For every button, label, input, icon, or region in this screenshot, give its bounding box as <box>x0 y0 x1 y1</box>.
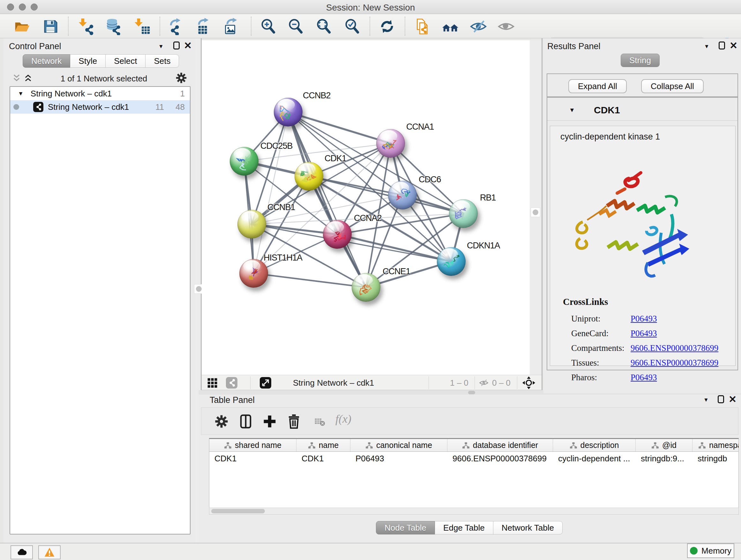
control-panel-close-icon[interactable]: ✕ <box>184 42 192 50</box>
collapse-all-networks-icon[interactable] <box>12 73 21 84</box>
grid-view-icon[interactable] <box>207 377 218 390</box>
table-cell[interactable]: CDK1 <box>296 452 350 465</box>
column-header-shared-name[interactable]: shared name <box>209 439 296 451</box>
node-label-cdkn1a: CDKN1A <box>467 241 500 251</box>
table-cell[interactable]: stringdb <box>692 452 739 465</box>
tab-node-table[interactable]: Node Table <box>376 521 435 535</box>
scrollbar-thumb[interactable] <box>211 509 265 513</box>
warnings-button[interactable] <box>38 545 61 559</box>
crosslink-link[interactable]: P06493 <box>630 328 657 338</box>
results-panel-close-icon[interactable]: ✕ <box>730 42 738 50</box>
control-panel-menu-icon[interactable]: ▼ <box>158 44 164 50</box>
table-row[interactable]: CDK1CDK1P064939606.ENSP00000378699cyclin… <box>209 452 738 465</box>
hide-selected-button[interactable] <box>468 17 488 36</box>
control-panel-float-icon[interactable] <box>173 42 180 50</box>
export-network-button[interactable] <box>165 17 185 36</box>
network-node-rb1[interactable] <box>449 199 478 228</box>
show-columns-button[interactable] <box>237 412 255 431</box>
network-collection-row[interactable]: ▼ String Network – cdk1 1 <box>10 87 190 100</box>
expand-all-button[interactable]: Expand All <box>568 79 627 93</box>
network-view-share-icon[interactable] <box>226 377 238 390</box>
first-neighbors-button[interactable] <box>440 17 461 36</box>
apply-layout-button[interactable] <box>377 17 397 36</box>
network-node-ccna2[interactable] <box>323 220 352 249</box>
table-horizontal-scrollbar[interactable] <box>209 508 739 515</box>
delete-column-button[interactable] <box>285 412 303 431</box>
tab-string[interactable]: String <box>621 54 660 67</box>
table-cell[interactable]: 9606.ENSP00000378699 <box>448 452 553 465</box>
table-panel-float-icon[interactable] <box>718 395 724 403</box>
table-cell[interactable]: stringdb:9... <box>636 452 692 465</box>
tab-network-table[interactable]: Network Table <box>493 521 562 535</box>
crosslink-link[interactable]: P06493 <box>630 314 657 324</box>
network-node-cdc25b[interactable] <box>230 147 259 176</box>
entry-collapse-icon[interactable]: ▼ <box>569 107 575 114</box>
network-selection-status: 1 of 1 Network selected <box>32 74 175 84</box>
table-panel-close-icon[interactable]: ✕ <box>729 395 737 403</box>
results-panel-menu-icon[interactable]: ▼ <box>704 44 710 50</box>
control-panel-title: Control Panel <box>9 42 61 51</box>
toolbar-separator <box>159 17 160 36</box>
tab-edge-table[interactable]: Edge Table <box>435 521 493 535</box>
table-cell[interactable]: cyclin-dependent ... <box>553 452 636 465</box>
tab-select[interactable]: Select <box>106 54 145 68</box>
memory-button[interactable]: Memory <box>687 543 734 558</box>
tab-style[interactable]: Style <box>70 54 106 68</box>
table-cell[interactable]: CDK1 <box>209 452 296 465</box>
export-image-button[interactable] <box>221 17 241 36</box>
expand-all-networks-icon[interactable] <box>23 73 32 84</box>
duplicate-network-icon <box>411 18 432 35</box>
column-header-canonical-name[interactable]: canonical name <box>350 439 448 451</box>
network-canvas[interactable]: CCNB2CCNA1CDC25BCDK1CDC6RB1CCNB1CCNA2CDK… <box>202 40 530 375</box>
collapse-all-button[interactable]: Collapse All <box>641 79 704 93</box>
column-header--id[interactable]: @id <box>636 439 692 451</box>
column-header-description[interactable]: description <box>553 439 636 451</box>
open-session-button[interactable] <box>11 17 32 36</box>
network-node-ccnb1[interactable] <box>238 210 266 239</box>
import-network-from-database-button[interactable] <box>103 17 123 36</box>
network-row-selected[interactable]: String Network – cdk1 11 48 <box>10 100 190 114</box>
detach-view-icon[interactable] <box>260 377 271 390</box>
birdseye-view-icon[interactable] <box>522 376 536 391</box>
column-header-database-identifier[interactable]: database identifier <box>448 439 553 451</box>
node-label-cdc6: CDC6 <box>419 175 441 185</box>
collection-expand-icon[interactable]: ▼ <box>18 90 23 97</box>
network-node-ccne1[interactable] <box>352 273 381 302</box>
horizontal-splitter-handle[interactable] <box>468 391 475 394</box>
column-header-name[interactable]: name <box>296 439 350 451</box>
create-column-button[interactable] <box>260 412 279 431</box>
column-type-icon <box>462 442 470 449</box>
crosslink-link[interactable]: P06493 <box>630 373 657 382</box>
table-options-gear-button[interactable] <box>212 412 231 431</box>
cloud-sync-button[interactable] <box>10 545 33 559</box>
network-node-cdk1[interactable] <box>294 162 323 191</box>
first-neighbors-icon <box>440 18 461 35</box>
results-panel-float-icon[interactable] <box>719 42 725 50</box>
table-panel-menu-icon[interactable]: ▼ <box>703 397 709 403</box>
network-node-hist1h1a[interactable] <box>239 259 268 288</box>
import-table-from-file-button[interactable] <box>132 17 152 36</box>
network-node-ccna1[interactable] <box>376 129 405 158</box>
export-network-icon <box>165 18 185 35</box>
import-network-from-file-button[interactable] <box>76 17 97 36</box>
zoom-in-button[interactable] <box>258 17 278 36</box>
right-splitter-handle[interactable] <box>531 207 540 217</box>
zoom-out-button[interactable] <box>285 17 306 36</box>
tab-sets[interactable]: Sets <box>145 54 179 68</box>
save-session-button[interactable] <box>40 17 61 36</box>
zoom-selected-button[interactable] <box>342 17 362 36</box>
column-header-namespace[interactable]: namespace <box>692 439 739 451</box>
network-node-cdc6[interactable] <box>388 181 417 209</box>
entry-header[interactable]: ▼ CDK1 <box>547 102 738 121</box>
crosslink-link[interactable]: 9606.ENSP00000378699 <box>630 358 718 368</box>
network-options-gear-icon[interactable] <box>175 72 187 85</box>
table-cell[interactable]: P06493 <box>350 452 448 465</box>
network-node-ccnb2[interactable] <box>274 98 302 126</box>
network-node-cdkn1a[interactable] <box>437 247 466 276</box>
clone-network-button[interactable] <box>411 17 432 36</box>
window-title: Session: New Session <box>0 3 741 13</box>
export-table-button[interactable] <box>193 17 213 36</box>
crosslink-link[interactable]: 9606.ENSP00000378699 <box>630 343 718 353</box>
zoom-fit-content-button[interactable] <box>313 17 334 36</box>
tab-network[interactable]: Network <box>23 54 70 68</box>
